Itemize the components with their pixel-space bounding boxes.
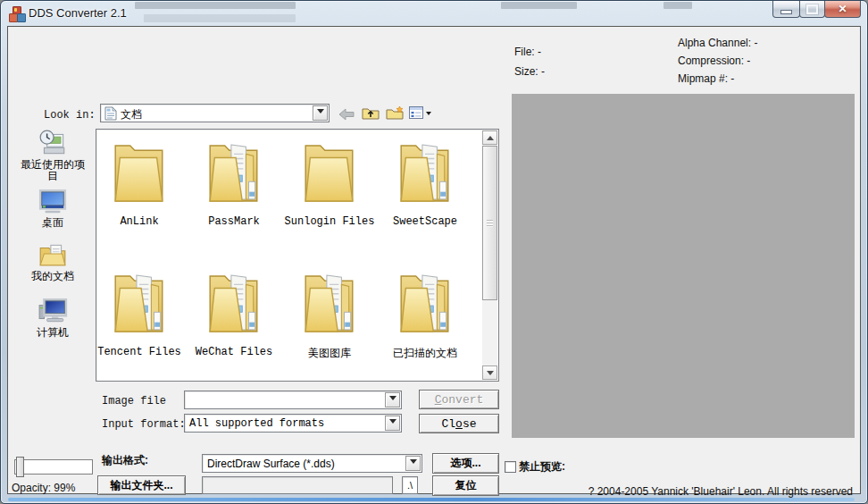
close-icon: ✕ xyxy=(838,2,847,17)
maximize-icon xyxy=(806,4,818,14)
folder-name: AnLink xyxy=(120,215,158,228)
look-in-dropdown-button[interactable] xyxy=(313,105,328,121)
close-dialog-button[interactable]: Close xyxy=(419,414,499,433)
window-title: DDS Converter 2.1 xyxy=(29,6,127,20)
back-icon[interactable] xyxy=(338,108,355,121)
current-dir-box: .\ xyxy=(402,476,418,494)
folder-list: AnLink PassMark Sunlogin Files SweetScap… xyxy=(96,129,499,382)
scrollbar-thumb[interactable] xyxy=(482,146,497,300)
size-info-label: Size: - xyxy=(514,65,545,78)
chevron-down-icon xyxy=(389,419,396,427)
desktop-icon xyxy=(38,186,68,216)
my-documents-icon xyxy=(38,239,68,270)
folder-name: Sunlogin Files xyxy=(285,215,375,228)
folder-icon xyxy=(300,132,359,213)
scrollbar-grip-icon xyxy=(487,220,493,227)
alpha-channel-label: Alpha Channel: - xyxy=(678,37,757,49)
sidebar-item-desktop[interactable]: 桌面 xyxy=(16,186,89,229)
image-file-dropdown-button[interactable] xyxy=(385,392,400,407)
titlebar-ghost xyxy=(664,2,692,9)
folder-item[interactable]: 美图图库 xyxy=(284,263,375,381)
folder-name: WeChat Files xyxy=(196,346,272,358)
triangle-up-icon xyxy=(487,132,494,140)
up-one-level-icon[interactable] xyxy=(362,105,380,120)
minimize-icon xyxy=(780,10,792,14)
folder-item[interactable]: AnLink xyxy=(94,132,185,250)
vertical-scrollbar[interactable] xyxy=(482,130,497,380)
new-folder-icon[interactable] xyxy=(386,105,404,120)
output-folder-button[interactable]: 输出文件夹... xyxy=(97,475,186,495)
sidebar-item-my-documents[interactable]: 我的文档 xyxy=(16,239,89,282)
look-in-combobox[interactable]: 文档 xyxy=(100,104,330,122)
sidebar-item-recent[interactable]: 最近使用的项目 xyxy=(16,128,89,182)
scroll-up-button[interactable] xyxy=(482,130,497,145)
input-format-label: Input format: xyxy=(102,418,186,431)
reset-button[interactable]: 复位 xyxy=(432,475,499,496)
sidebar-item-computer[interactable]: 计算机 xyxy=(16,296,89,339)
folder-name: SweetScape xyxy=(393,215,457,228)
sidebar-item-label: 计算机 xyxy=(37,327,69,339)
chevron-down-icon xyxy=(389,396,396,404)
document-icon xyxy=(104,106,117,121)
sidebar-item-label: 我的文档 xyxy=(31,271,74,282)
folder-item[interactable]: Tencent Files xyxy=(94,263,185,381)
close-button[interactable]: ✕ xyxy=(824,1,861,18)
options-button[interactable]: 选项... xyxy=(432,453,499,474)
folder-item[interactable]: SweetScape xyxy=(380,132,471,250)
image-file-combobox[interactable] xyxy=(184,391,402,409)
output-format-dropdown-button[interactable] xyxy=(405,456,421,471)
folder-item[interactable]: WeChat Files xyxy=(188,263,280,381)
folder-item[interactable]: 已扫描的文档 xyxy=(380,263,471,381)
folder-name: 已扫描的文档 xyxy=(393,346,457,361)
app-window: DDS Converter 2.1 ✕ File: - Size: - Alph… xyxy=(0,0,868,504)
titlebar-ghost xyxy=(135,2,296,9)
input-format-value: All supported formats xyxy=(189,417,324,430)
output-format-label: 输出格式: xyxy=(102,453,148,468)
recent-items-icon xyxy=(38,128,68,158)
minimize-button[interactable] xyxy=(772,1,800,18)
client-area: File: - Size: - Alpha Channel: - Compres… xyxy=(7,26,861,494)
folder-icon xyxy=(396,263,455,343)
image-file-label: Image file xyxy=(102,395,166,407)
folder-item[interactable]: Sunlogin Files xyxy=(284,132,375,250)
sidebar-item-label: 桌面 xyxy=(42,217,63,229)
current-dir-label: .\ xyxy=(407,480,413,491)
compression-label: Compression: - xyxy=(678,55,750,67)
caption-buttons: ✕ xyxy=(773,1,861,18)
file-info-label: File: - xyxy=(514,46,541,58)
app-icon xyxy=(9,6,24,21)
folder-name: 美图图库 xyxy=(308,346,351,361)
computer-icon xyxy=(38,296,68,326)
look-in-value: 文档 xyxy=(121,107,142,122)
folder-icon xyxy=(110,132,169,213)
scroll-down-button[interactable] xyxy=(482,365,497,380)
triangle-down-icon xyxy=(487,371,494,379)
chevron-down-icon xyxy=(317,109,324,117)
preview-area xyxy=(512,94,855,438)
convert-button[interactable]: Convert xyxy=(419,390,499,409)
opacity-slider-handle[interactable] xyxy=(16,457,24,477)
input-format-dropdown-button[interactable] xyxy=(385,416,400,431)
folder-item[interactable]: PassMark xyxy=(188,132,280,250)
opacity-slider-track[interactable] xyxy=(14,459,93,475)
opacity-label: Opacity: 99% xyxy=(12,482,75,494)
mipmap-label: Mipmap #: - xyxy=(678,72,734,85)
copyright-text: ? 2004-2005 Yannick 'Bluehair' Leon. All… xyxy=(588,485,853,498)
output-folder-field[interactable] xyxy=(202,476,393,494)
maximize-button[interactable] xyxy=(799,1,825,18)
output-format-value: DirectDraw Surface (*.dds) xyxy=(207,458,335,470)
view-menu-chevron-icon[interactable] xyxy=(426,112,431,118)
disable-preview-checkbox[interactable] xyxy=(505,461,516,473)
folder-icon xyxy=(300,263,359,343)
output-format-combobox[interactable]: DirectDraw Surface (*.dds) xyxy=(202,454,422,473)
view-menu-icon[interactable] xyxy=(409,106,423,119)
disable-preview-label: 禁止预览: xyxy=(519,459,565,475)
titlebar-ghost xyxy=(144,14,296,22)
title-bar[interactable]: DDS Converter 2.1 ✕ xyxy=(1,1,867,26)
sidebar-item-label: 最近使用的项目 xyxy=(20,159,86,182)
input-format-combobox[interactable]: All supported formats xyxy=(184,414,402,433)
folder-icon xyxy=(110,263,169,343)
chevron-down-icon xyxy=(410,459,417,467)
titlebar-ghost xyxy=(501,2,577,9)
folder-name: PassMark xyxy=(208,215,260,228)
